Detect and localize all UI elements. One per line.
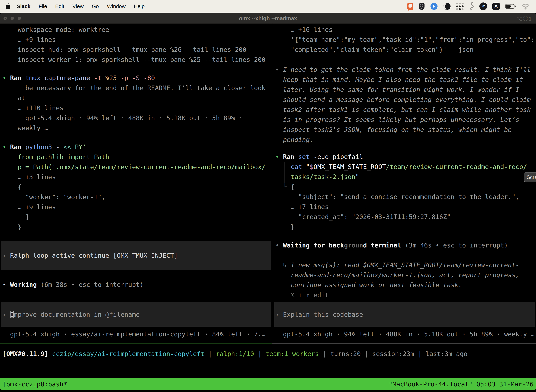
screen-recording-icon[interactable] bbox=[407, 3, 413, 10]
terminal-line: cat "$OMX_TEAM_STATE_ROOT/team/review-cu… bbox=[275, 162, 527, 172]
terminal-line: tasks/task-2.json" bbox=[275, 172, 359, 182]
menu-item-go[interactable]: Go bbox=[92, 3, 99, 9]
menu-item-window[interactable]: Window bbox=[107, 3, 126, 9]
terminal-line: inspect_worker-1: omx sparkshell --tmux-… bbox=[2, 55, 266, 65]
menu-item-slack[interactable]: Slack bbox=[17, 3, 30, 9]
menu-item-help[interactable]: Help bbox=[134, 3, 145, 9]
terminal-line: "created_at": "2026-03-31T11:59:27.816Z" bbox=[275, 212, 451, 222]
terminal-line: └ { bbox=[2, 182, 21, 192]
terminal-line: pending. bbox=[275, 135, 314, 145]
tool-call-connector bbox=[285, 162, 285, 183]
prompt-input-right-text[interactable]: › Explain this codebase bbox=[275, 309, 363, 319]
terminal-line: gpt-5.4 xhigh · essay/ai-reimplementatio… bbox=[2, 329, 266, 339]
terminal-line: "completed","claim_token":"claim-token"}… bbox=[275, 45, 474, 55]
terminal-line: task2 after task1 is complete, but can I… bbox=[275, 105, 531, 115]
tmux-status-bar: [omx-cczip0:bash* "MacBook-Pro-44.local"… bbox=[0, 378, 536, 390]
window-shortcut-badge: ⌥⌘1 bbox=[516, 16, 532, 22]
terminal-line: } bbox=[275, 222, 294, 232]
terminal-line: workspace_mode: worktree bbox=[2, 25, 109, 35]
menu-bar-status-icons: ..61 A bbox=[407, 2, 531, 11]
bottom-pane: [OMX#0.11.9] cczip/essay/ai-reimplementa… bbox=[0, 344, 536, 378]
prompt-input-left-text[interactable]: › Improve documentation in @filename bbox=[2, 309, 140, 319]
terminal: [omx-cczip0:bash* "MacBook-Pro-44.local"… bbox=[0, 23, 536, 392]
crescent-circle-icon[interactable] bbox=[443, 2, 451, 10]
terminal-line: inspect_hud: omx sparkshell --tmux-pane … bbox=[2, 45, 246, 55]
menu-item-file[interactable]: File bbox=[38, 3, 47, 9]
terminal-line: • Ran tmux capture-pane -t %25 -p -S -80 bbox=[2, 73, 155, 83]
terminal-line: "subject": "send a concise recommendatio… bbox=[275, 192, 519, 202]
terminal-line: } bbox=[2, 222, 21, 232]
squiggle-icon[interactable] bbox=[469, 2, 474, 11]
apple-icon bbox=[6, 3, 11, 9]
tool-call-connector bbox=[12, 152, 12, 183]
terminal-line: • Ran set -euo pipefail bbox=[275, 152, 363, 162]
terminal-line: … +9 lines bbox=[2, 35, 56, 45]
tmux-session-label: [omx-cczip0:bash* bbox=[2, 381, 67, 388]
tmux-host-clock-label: "MacBook-Pro-44.local" 05:03 31-Mar-26 bbox=[389, 381, 534, 388]
terminal-line: keep that in mind. Maybe I also need the… bbox=[275, 75, 523, 85]
terminal-line: is in progress? It seems likely but perh… bbox=[275, 115, 519, 125]
wifi-icon[interactable] bbox=[522, 3, 530, 9]
battery-charging-icon[interactable] bbox=[505, 4, 516, 9]
terminal-line: gpt-5.4 xhigh · 94% left · 488K in · 5.1… bbox=[2, 113, 243, 123]
terminal-line: from pathlib import Path bbox=[2, 152, 109, 162]
screen-tooltip-label: Scre bbox=[526, 174, 536, 180]
terminal-line: later. Using the same for transition mig… bbox=[275, 85, 519, 95]
terminal-line: … +7 lines bbox=[275, 202, 329, 212]
right-pane: … +16 lines '{"team_name":"my-team","tas… bbox=[273, 23, 536, 344]
ralph-injected-prompt-text[interactable]: › Ralph loop active continue [OMX_TMUX_I… bbox=[2, 250, 178, 261]
pane-divider-vertical[interactable] bbox=[272, 23, 273, 344]
menu-item-view[interactable]: View bbox=[72, 3, 84, 9]
menu-item-edit[interactable]: Edit bbox=[55, 3, 64, 9]
terminal-line: inspect task2's JSON, focusing on the st… bbox=[275, 125, 512, 135]
terminal-line: • Ran python3 - <<'PY' bbox=[2, 142, 86, 152]
menu-items: SlackFileEditViewGoWindowHelp bbox=[13, 3, 148, 9]
terminal-line: at bbox=[2, 93, 25, 103]
terminal-line: weekly … bbox=[2, 123, 48, 133]
terminal-line: should send a message before completing … bbox=[275, 95, 531, 105]
nav-blue-icon[interactable] bbox=[430, 2, 438, 10]
terminal-line: gpt-5.4 xhigh · 94% left · 488K in · 5.1… bbox=[275, 329, 535, 339]
terminal-line: └ be necessary for the end of the README… bbox=[2, 83, 266, 93]
dots-grid-icon[interactable] bbox=[456, 3, 464, 10]
terminal-line: "worker": "worker-1", bbox=[2, 192, 105, 202]
terminal-line: ⌥ + ↑ edit bbox=[275, 290, 329, 300]
terminal-line: '{"team_name":"my-team","task_id":"1","f… bbox=[275, 35, 535, 45]
terminal-line: • Waiting for background terminal (3m 46… bbox=[275, 240, 508, 250]
screen-tooltip: Scre bbox=[524, 173, 536, 182]
terminal-line: readme-and-reco/mailbox/worker-1.json, a… bbox=[275, 270, 519, 280]
terminal-line: … +3 lines bbox=[2, 172, 56, 182]
keyboard-input-icon[interactable]: A bbox=[492, 3, 500, 10]
shield-grid-icon[interactable] bbox=[419, 2, 425, 10]
terminal-line: … +110 lines bbox=[2, 103, 63, 113]
terminal-line: p = Path('.omx/state/team/review-current… bbox=[2, 162, 266, 172]
terminal-line: ] bbox=[2, 212, 29, 222]
terminal-line: • I need to get the claim token from the… bbox=[275, 65, 531, 75]
terminal-line: • Working (6m 38s • esc to interrupt) bbox=[2, 280, 144, 289]
window-title-bar[interactable]: omx --xhigh --madmax ⌥⌘1 bbox=[0, 13, 536, 23]
apple-menu[interactable] bbox=[6, 3, 11, 9]
menu-bar: SlackFileEditViewGoWindowHelp ..61 A bbox=[0, 0, 536, 13]
terminal-line: ↳ 1 new msg(s): read $OMX_TEAM_STATE_ROO… bbox=[275, 260, 519, 270]
terminal-window: omx --xhigh --madmax ⌥⌘1 [omx-cczip0:bas… bbox=[0, 13, 536, 392]
badge-61-icon[interactable]: ..61 bbox=[479, 2, 487, 10]
window-title: omx --xhigh --madmax bbox=[0, 15, 536, 22]
left-pane: workspace_mode: worktree … +9 lines insp… bbox=[0, 23, 272, 344]
terminal-line: [OMX#0.11.9] cczip/essay/ai-reimplementa… bbox=[2, 349, 467, 359]
terminal-line: … +16 lines bbox=[275, 25, 333, 35]
terminal-line: continue assigned work or next feasible … bbox=[275, 280, 462, 290]
terminal-line: … +9 lines bbox=[2, 202, 56, 212]
